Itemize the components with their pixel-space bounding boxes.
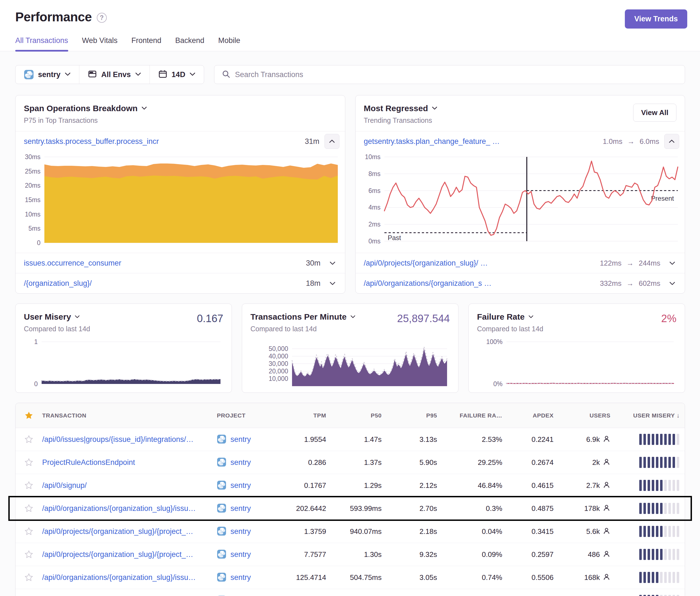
tpm-value: 125.4714 [283, 573, 334, 582]
date-range-filter[interactable]: 14D [150, 66, 204, 84]
chevron-down-icon[interactable] [665, 281, 679, 285]
user-misery-bar [618, 595, 688, 596]
page-filter-bar: sentry All Envs 14D [15, 65, 204, 84]
transaction-link[interactable]: /api/0/issues|groups/{issue_id}/integrat… [42, 435, 217, 444]
tab-all-transactions[interactable]: All Transactions [15, 36, 68, 51]
tab-frontend[interactable]: Frontend [131, 36, 161, 51]
favorite-star-icon[interactable] [16, 481, 42, 490]
table-row: ProjectRuleActionsEndpoint sentry 0.286 … [16, 451, 685, 474]
project-link[interactable]: sentry [230, 458, 251, 467]
transaction-link[interactable]: ProjectRuleActionsEndpoint [42, 458, 217, 467]
svg-text:10ms: 10ms [365, 153, 380, 160]
p95-value: 5.90s [390, 458, 445, 467]
svg-text:0: 0 [34, 380, 38, 388]
regressed-transaction-link[interactable]: getsentry.tasks.plan_change_feature_ … [364, 137, 500, 146]
regression-chart[interactable]: 10ms8ms6ms4ms2ms0msPastPresent [357, 152, 683, 251]
p50-value: 1.37s [334, 458, 390, 467]
svg-text:20,000: 20,000 [269, 368, 288, 375]
col-p95[interactable]: P95 [390, 412, 445, 419]
user-icon [603, 435, 610, 444]
favorite-star-icon[interactable] [16, 458, 42, 467]
chevron-down-icon[interactable] [665, 261, 679, 265]
favorite-star-icon[interactable] [16, 435, 42, 444]
user-icon [603, 504, 610, 513]
table-row: /api/0/issues|groups/{issue_id}/integrat… [16, 428, 685, 451]
span-row-collapsed: /{organization_slug}/ 18m [16, 273, 345, 293]
regressed-transaction-link[interactable]: /api/0/projects/{organization_slug}/ … [364, 259, 488, 267]
environment-filter[interactable]: All Envs [79, 66, 150, 84]
user-misery-bar [618, 572, 688, 583]
regressed-panel-title[interactable]: Most Regressed [364, 104, 438, 113]
project-filter[interactable]: sentry [16, 66, 79, 84]
favorite-star-icon[interactable] [16, 550, 42, 559]
regression-to: 602ms [639, 279, 660, 288]
svg-text:6ms: 6ms [368, 187, 380, 194]
table-body: /api/0/issues|groups/{issue_id}/integrat… [16, 428, 685, 596]
span-operations-chart[interactable]: 30ms25ms20ms15ms10ms5ms0 [17, 152, 343, 251]
svg-text:4ms: 4ms [368, 204, 380, 211]
view-trends-button[interactable]: View Trends [625, 9, 687, 29]
table-header: TRANSACTION PROJECT TPM P50 P95 FAILURE … [16, 403, 685, 428]
col-users[interactable]: USERS [561, 412, 618, 419]
failure-rate-widget: Failure Rate Compared to last 14d 2% 100… [469, 304, 685, 393]
users-count: 2k [592, 458, 600, 467]
transaction-link[interactable]: /api/0/projects/{organization_slug}/{pro… [42, 550, 217, 559]
collapse-button[interactable] [324, 134, 340, 149]
transaction-search[interactable] [214, 65, 685, 84]
tpm-chart[interactable]: 50,00040,00030,00020,00010,000 [250, 339, 450, 389]
chevron-down-icon[interactable] [326, 261, 340, 265]
col-apdex[interactable]: APDEX [510, 412, 561, 419]
col-tpm[interactable]: TPM [283, 412, 334, 419]
project-link[interactable]: sentry [230, 550, 251, 559]
span-op-link[interactable]: /{organization_slug}/ [24, 279, 92, 288]
span-op-link[interactable]: issues.occurrence_consumer [24, 259, 121, 267]
failure-rate-value: 0.09% [445, 550, 510, 559]
user-misery-title[interactable]: User Misery [24, 312, 90, 321]
regressed-transaction-link[interactable]: /api/0/organizations/{organization_s … [364, 279, 492, 288]
svg-text:30ms: 30ms [25, 153, 41, 160]
svg-text:Present: Present [651, 195, 674, 202]
col-p50[interactable]: P50 [334, 412, 390, 419]
failure-rate-chart[interactable]: 100%0% [477, 339, 676, 389]
collapse-button[interactable] [664, 134, 679, 149]
failure-rate-title[interactable]: Failure Rate [477, 312, 543, 321]
col-failure-rate[interactable]: FAILURE RA… [445, 412, 510, 419]
star-icon[interactable] [16, 411, 42, 420]
user-misery-bar [618, 480, 688, 491]
col-user-misery[interactable]: USER MISERY↓ [618, 412, 688, 419]
help-icon[interactable]: ? [97, 13, 107, 23]
col-transaction[interactable]: TRANSACTION [42, 412, 217, 419]
chevron-down-icon[interactable] [326, 281, 340, 285]
project-link[interactable]: sentry [230, 573, 251, 582]
transaction-link[interactable]: /api/0/organizations/{organization_slug}… [42, 573, 217, 582]
apdex-value: 0.4875 [510, 504, 561, 513]
tab-web-vitals[interactable]: Web Vitals [82, 36, 118, 51]
tab-backend[interactable]: Backend [175, 36, 204, 51]
project-link[interactable]: sentry [230, 504, 251, 513]
user-misery-chart[interactable]: 10 [24, 339, 223, 389]
widgets-row: User Misery Compared to last 14d 0.167 1… [15, 304, 685, 393]
transaction-link[interactable]: /api/0/organizations/{organization_slug}… [42, 504, 217, 513]
project-link[interactable]: sentry [230, 481, 251, 490]
project-link[interactable]: sentry [230, 527, 251, 536]
col-project[interactable]: PROJECT [217, 412, 283, 419]
view-all-button[interactable]: View All [633, 104, 676, 122]
span-op-link[interactable]: sentry.tasks.process_buffer.process_incr [24, 137, 159, 146]
transaction-link[interactable]: /api/0/signup/ [42, 481, 217, 490]
favorite-star-icon[interactable] [16, 573, 42, 582]
panels-row: Span Operations Breakdown P75 in Top Tra… [15, 95, 685, 293]
project-link[interactable]: sentry [230, 435, 251, 444]
svg-text:100%: 100% [486, 339, 503, 345]
tpm-title[interactable]: Transactions Per Minute [250, 312, 355, 321]
tpm-value: 25,897.544 [397, 313, 450, 325]
user-misery-bar [618, 526, 688, 537]
chevron-down-icon [350, 314, 355, 319]
tab-mobile[interactable]: Mobile [218, 36, 241, 51]
transaction-link[interactable]: /api/0/projects/{organization_slug}/{pro… [42, 527, 217, 536]
span-panel-title[interactable]: Span Operations Breakdown [24, 104, 147, 113]
favorite-star-icon[interactable] [16, 527, 42, 536]
users-count: 178k [584, 504, 600, 513]
favorite-star-icon[interactable] [16, 504, 42, 513]
user-misery-value: 0.167 [197, 313, 223, 325]
search-input[interactable] [235, 71, 678, 79]
